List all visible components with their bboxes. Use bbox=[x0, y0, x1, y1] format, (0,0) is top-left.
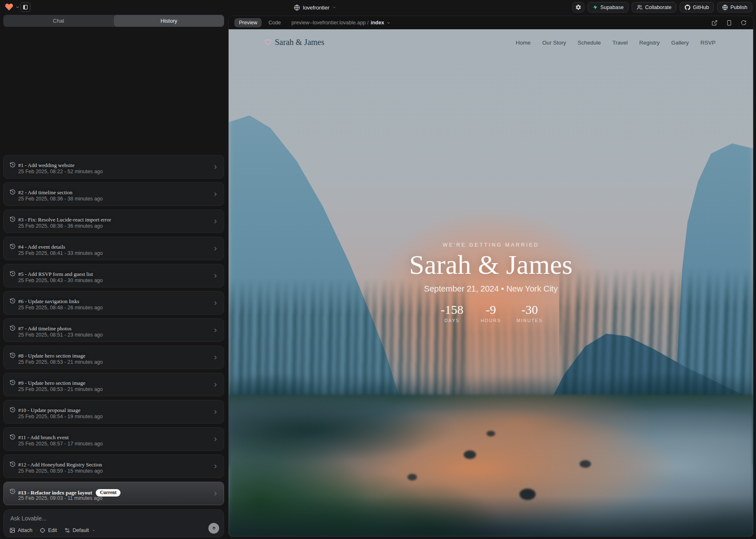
countdown-label: MINUTES bbox=[517, 318, 543, 323]
countdown-label: HOURS bbox=[478, 318, 504, 323]
chevron-right-icon bbox=[212, 409, 219, 415]
site-nav-link[interactable]: RSVP bbox=[700, 40, 716, 46]
sidebar-tab[interactable]: History bbox=[114, 15, 224, 27]
chevron-right-icon bbox=[212, 300, 219, 306]
chevron-right-icon bbox=[212, 164, 219, 170]
history-item[interactable]: #10 - Update proposal image 25 Feb 2025,… bbox=[3, 400, 224, 424]
history-item[interactable]: #3 - Fix: Resolve Lucide-react import er… bbox=[3, 209, 224, 233]
history-item-timestamp: 25 Feb 2025, 08:38 - 36 minutes ago bbox=[18, 223, 103, 229]
history-item-title: #11 - Add brunch event bbox=[18, 435, 69, 440]
chevron-down-icon bbox=[386, 21, 391, 25]
supabase-button[interactable]: Supabase bbox=[588, 2, 628, 12]
tab-preview[interactable]: Preview bbox=[234, 18, 262, 27]
site-brand[interactable]: Sarah & James bbox=[265, 38, 324, 47]
sliders-icon bbox=[64, 527, 70, 533]
countdown-label: DAYS bbox=[439, 318, 465, 323]
tab-code[interactable]: Code bbox=[268, 20, 281, 26]
smartphone-icon bbox=[726, 20, 732, 26]
history-item-timestamp: 25 Feb 2025, 08:54 - 19 minutes ago bbox=[18, 414, 103, 419]
refresh-button[interactable] bbox=[741, 20, 747, 26]
attach-button[interactable]: Attach bbox=[9, 527, 32, 533]
history-item[interactable]: #7 - Add timeline photos 25 Feb 2025, 08… bbox=[3, 318, 224, 342]
project-selector[interactable]: lovefrontier bbox=[294, 2, 336, 12]
history-icon bbox=[9, 243, 16, 249]
countdown-value: -158 bbox=[439, 303, 465, 317]
history-item[interactable]: #8 - Update hero section image 25 Feb 20… bbox=[3, 346, 224, 369]
chevron-down-icon bbox=[15, 5, 20, 9]
history-item-timestamp: 25 Feb 2025, 08:43 - 30 minutes ago bbox=[18, 278, 103, 283]
mobile-view-button[interactable] bbox=[726, 20, 732, 26]
hero-content: WE'RE GETTING MARRIED Sarah & James Sept… bbox=[229, 242, 753, 323]
lovable-logo-menu[interactable] bbox=[5, 3, 20, 11]
lovable-heart-icon bbox=[5, 3, 14, 11]
panel-left-icon bbox=[23, 5, 28, 10]
heart-outline-icon bbox=[265, 39, 271, 45]
website-preview: Sarah & James Home Our Story Schedule Tr… bbox=[229, 29, 753, 537]
history-item-title: #5 - Add RSVP form and guest list bbox=[18, 271, 93, 277]
preview-url[interactable]: preview--lovefrontier.lovable.app / inde… bbox=[291, 20, 391, 26]
chevron-down-icon bbox=[92, 528, 96, 532]
open-in-new-tab-button[interactable] bbox=[711, 20, 718, 26]
history-item[interactable]: #11 - Add brunch event 25 Feb 2025, 08:5… bbox=[3, 427, 224, 451]
history-icon bbox=[9, 189, 16, 195]
chevron-right-icon bbox=[212, 381, 219, 388]
arrow-up-icon bbox=[211, 526, 217, 531]
countdown-cell: -30 MINUTES bbox=[517, 303, 543, 323]
users-icon bbox=[637, 5, 643, 10]
chat-history-tabs: Chat History bbox=[3, 15, 224, 27]
site-nav: Home Our Story Schedule Travel Registry … bbox=[516, 40, 716, 46]
history-item-timestamp: 25 Feb 2025, 08:36 - 38 minutes ago bbox=[18, 196, 103, 202]
history-item[interactable]: #5 - Add RSVP form and guest list 25 Feb… bbox=[3, 264, 224, 287]
site-nav-link[interactable]: Home bbox=[516, 40, 531, 46]
site-nav-link[interactable]: Travel bbox=[612, 40, 628, 46]
history-item-timestamp: 25 Feb 2025, 09:03 - 11 minutes ago bbox=[18, 495, 102, 501]
history-item-title: #2 - Add timeline section bbox=[18, 190, 72, 195]
history-icon bbox=[9, 216, 16, 222]
history-item-title: #7 - Add timeline photos bbox=[18, 326, 71, 331]
history-item[interactable]: #9 - Update hero section image 25 Feb 20… bbox=[3, 373, 224, 396]
history-item[interactable]: #13 - Refactor index page layout Current… bbox=[3, 482, 224, 505]
countdown-value: -9 bbox=[478, 303, 504, 317]
chevron-right-icon bbox=[212, 191, 219, 198]
mode-selector[interactable]: Default bbox=[64, 527, 96, 533]
history-item-title: #8 - Update hero section image bbox=[18, 353, 85, 358]
history-item[interactable]: #2 - Add timeline section 25 Feb 2025, 0… bbox=[3, 182, 224, 206]
chat-composer: Attach Edit Default bbox=[3, 509, 224, 537]
history-icon bbox=[9, 298, 16, 304]
history-item-timestamp: 25 Feb 2025, 08:53 - 21 minutes ago bbox=[18, 359, 103, 365]
sidebar-toggle-button[interactable] bbox=[20, 2, 31, 12]
history-item-title: #4 - Add event details bbox=[18, 244, 65, 249]
crosshair-icon bbox=[40, 527, 45, 533]
edit-button[interactable]: Edit bbox=[40, 527, 57, 533]
chevron-right-icon bbox=[212, 273, 219, 279]
history-item-timestamp: 25 Feb 2025, 08:59 - 15 minutes ago bbox=[18, 468, 103, 474]
site-nav-link[interactable]: Gallery bbox=[671, 40, 689, 46]
history-item[interactable]: #4 - Add event details 25 Feb 2025, 08:4… bbox=[3, 237, 224, 260]
publish-button[interactable]: Publish bbox=[717, 2, 752, 12]
site-brand-text: Sarah & James bbox=[275, 38, 324, 47]
globe-icon bbox=[294, 5, 300, 11]
topbar: lovefrontier Supabase Collaborate GitHub… bbox=[0, 0, 756, 15]
sidebar-tab[interactable]: Chat bbox=[3, 15, 114, 27]
site-nav-link[interactable]: Schedule bbox=[578, 40, 601, 46]
image-icon bbox=[9, 527, 15, 533]
history-item[interactable]: #1 - Add wedding website 25 Feb 2025, 08… bbox=[3, 155, 224, 179]
history-item[interactable]: #6 - Update navigation links 25 Feb 2025… bbox=[3, 291, 224, 315]
supabase-icon bbox=[593, 5, 598, 10]
history-item-title: #6 - Update navigation links bbox=[18, 299, 79, 304]
site-nav-link[interactable]: Registry bbox=[639, 40, 660, 46]
send-button[interactable] bbox=[208, 523, 219, 534]
external-link-icon bbox=[711, 20, 718, 26]
history-item[interactable]: #12 - Add Honeyfund Registry Section 25 … bbox=[3, 454, 224, 478]
chat-input[interactable] bbox=[4, 510, 224, 526]
countdown-value: -30 bbox=[517, 303, 543, 317]
collaborate-button[interactable]: Collaborate bbox=[632, 2, 676, 12]
github-button[interactable]: GitHub bbox=[680, 2, 714, 12]
history-item-title: #3 - Fix: Resolve Lucide-react import er… bbox=[18, 217, 111, 222]
hero-eyebrow: WE'RE GETTING MARRIED bbox=[229, 242, 753, 248]
site-nav-link[interactable]: Our Story bbox=[542, 40, 566, 46]
github-icon bbox=[685, 5, 690, 10]
settings-button[interactable] bbox=[572, 2, 584, 12]
history-item-timestamp: 25 Feb 2025, 08:57 - 17 minutes ago bbox=[18, 441, 103, 447]
chevron-right-icon bbox=[212, 490, 219, 497]
